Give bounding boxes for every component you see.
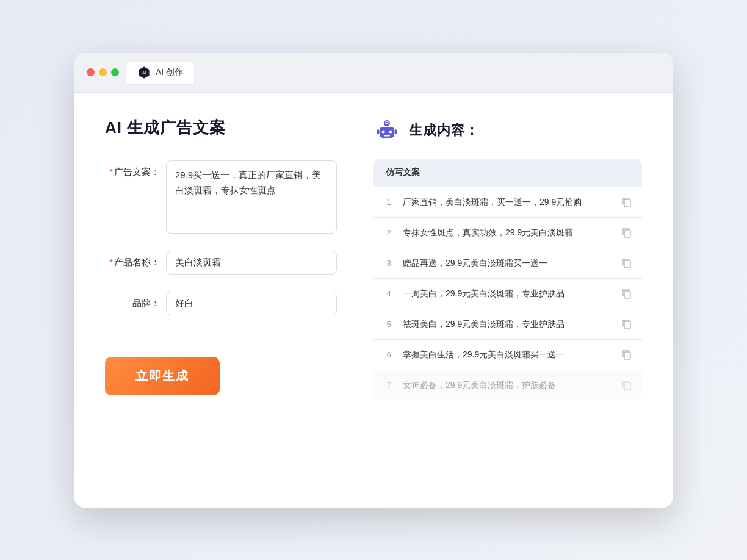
svg-point-7: [386, 121, 388, 124]
svg-point-11: [390, 131, 391, 132]
result-item-4: 4 一周美白，29.9元美白淡斑霜，专业护肤品: [374, 279, 642, 309]
tab-label: AI 创作: [156, 67, 183, 78]
copy-icon-3[interactable]: [621, 257, 632, 268]
svg-rect-16: [624, 321, 630, 329]
robot-icon: [374, 117, 400, 144]
generate-button[interactable]: 立即生成: [105, 357, 220, 395]
result-item-6: 6 掌握美白生活，29.9元美白淡斑霜买一送一: [374, 340, 642, 370]
ad-copy-label: *广告文案：: [105, 160, 160, 178]
result-text-2: 专抹女性斑点，真实功效，29.9元美白淡斑霜: [403, 226, 613, 239]
result-num-2: 2: [383, 228, 394, 237]
svg-rect-9: [395, 129, 397, 134]
result-text-5: 祛斑美白，29.9元美白淡斑霜，专业护肤品: [403, 318, 613, 331]
ai-hex-icon: AI: [137, 66, 151, 79]
minimize-button[interactable]: [99, 68, 107, 76]
result-item-1: 1 厂家直销，美白淡斑霜，买一送一，29.9元抢购: [374, 187, 642, 218]
result-num-3: 3: [383, 259, 394, 268]
copy-icon-4[interactable]: [621, 288, 632, 299]
result-num-4: 4: [383, 289, 394, 298]
maximize-button[interactable]: [111, 68, 119, 76]
result-item-3: 3 赠品再送，29.9元美白淡斑霜买一送一: [374, 248, 642, 279]
copy-icon-7[interactable]: [621, 379, 632, 390]
product-name-input[interactable]: [166, 251, 337, 275]
result-text-1: 厂家直销，美白淡斑霜，买一送一，29.9元抢购: [403, 196, 613, 209]
right-header: 生成内容：: [374, 117, 642, 144]
left-panel: AI 生成广告文案 *广告文案： 29.9买一送一，真正的厂家直销，美白淡斑霜，…: [105, 117, 337, 483]
page-title: AI 生成广告文案: [105, 117, 337, 138]
close-button[interactable]: [87, 68, 95, 76]
svg-rect-18: [624, 382, 630, 390]
results-header: 仿写文案: [374, 159, 642, 187]
product-name-label: *产品名称：: [105, 251, 160, 268]
copy-icon-6[interactable]: [621, 349, 632, 360]
svg-point-10: [383, 131, 384, 132]
browser-window: AI AI 创作 AI 生成广告文案 *广告文案： 29.9买一送一，真正的厂家…: [74, 53, 673, 508]
svg-rect-14: [624, 260, 630, 268]
required-star-2: *: [109, 257, 113, 267]
result-item-7: 7 女神必备，29.9元美白淡斑霜，护肤必备: [374, 370, 642, 400]
result-text-4: 一周美白，29.9元美白淡斑霜，专业护肤品: [403, 287, 613, 300]
titlebar: AI AI 创作: [74, 53, 673, 93]
ad-copy-input[interactable]: 29.9买一送一，真正的厂家直销，美白淡斑霜，专抹女性斑点: [166, 160, 337, 234]
copy-icon-2[interactable]: [621, 227, 632, 238]
product-name-group: *产品名称：: [105, 251, 337, 275]
result-num-1: 1: [383, 198, 394, 207]
content-area: AI 生成广告文案 *广告文案： 29.9买一送一，真正的厂家直销，美白淡斑霜，…: [74, 93, 673, 508]
result-item-5: 5 祛斑美白，29.9元美白淡斑霜，专业护肤品: [374, 309, 642, 340]
svg-text:AI: AI: [142, 71, 146, 76]
result-num-6: 6: [383, 350, 394, 359]
ai-tab[interactable]: AI AI 创作: [126, 62, 194, 84]
traffic-lights: [87, 68, 119, 76]
right-panel-title: 生成内容：: [409, 121, 479, 140]
result-item-2: 2 专抹女性斑点，真实功效，29.9元美白淡斑霜: [374, 218, 642, 248]
results-container: 仿写文案 1 厂家直销，美白淡斑霜，买一送一，29.9元抢购 2 专抹女性斑点，…: [374, 159, 642, 400]
svg-rect-12: [624, 199, 630, 207]
result-text-3: 赠品再送，29.9元美白淡斑霜买一送一: [403, 257, 613, 270]
brand-group: 品牌：: [105, 292, 337, 315]
brand-label: 品牌：: [105, 292, 160, 309]
result-text-6: 掌握美白生活，29.9元美白淡斑霜买一送一: [403, 348, 613, 361]
svg-rect-17: [624, 352, 630, 359]
result-num-7: 7: [383, 381, 394, 390]
svg-rect-13: [624, 230, 630, 237]
result-text-7: 女神必备，29.9元美白淡斑霜，护肤必备: [403, 379, 613, 392]
required-star-1: *: [109, 167, 113, 177]
brand-input[interactable]: [166, 292, 337, 315]
ad-copy-group: *广告文案： 29.9买一送一，真正的厂家直销，美白淡斑霜，专抹女性斑点: [105, 160, 337, 234]
svg-rect-8: [377, 129, 380, 134]
svg-rect-15: [624, 291, 630, 298]
copy-icon-5[interactable]: [621, 318, 632, 329]
copy-icon-1[interactable]: [621, 196, 632, 207]
result-num-5: 5: [383, 320, 394, 329]
right-panel: 生成内容： 仿写文案 1 厂家直销，美白淡斑霜，买一送一，29.9元抢购 2 专…: [374, 117, 642, 483]
svg-rect-5: [384, 135, 390, 137]
